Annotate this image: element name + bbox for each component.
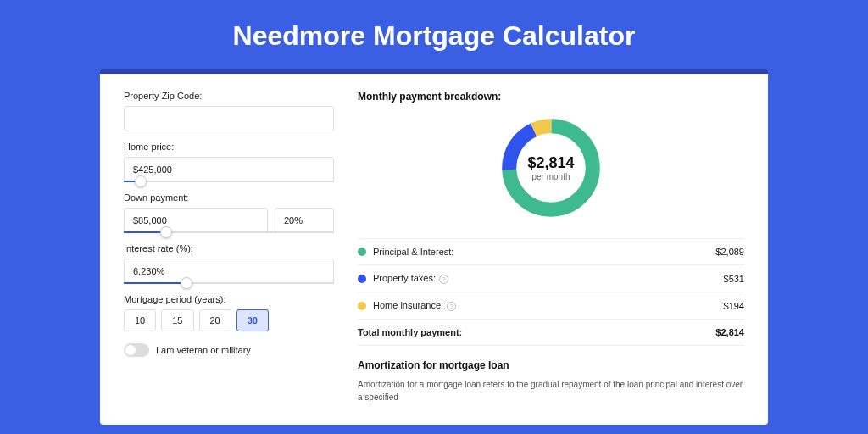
period-option-10[interactable]: 10 bbox=[124, 309, 156, 331]
rate-label: Interest rate (%): bbox=[124, 243, 334, 253]
form-panel: Property Zip Code: Home price: Down paym… bbox=[124, 91, 334, 408]
zip-label: Property Zip Code: bbox=[124, 91, 334, 101]
help-icon[interactable]: ? bbox=[439, 275, 448, 284]
period-field: Mortgage period (years): 10 15 20 30 bbox=[124, 294, 334, 331]
legend-name: Home insurance:? bbox=[373, 300, 724, 311]
calculator-card: Property Zip Code: Home price: Down paym… bbox=[100, 69, 768, 425]
rate-field: Interest rate (%): bbox=[124, 243, 334, 284]
legend-name: Property taxes:? bbox=[373, 273, 724, 284]
legend-row-principal: Principal & Interest: $2,089 bbox=[358, 239, 744, 265]
price-label: Home price: bbox=[124, 142, 334, 152]
rate-slider[interactable] bbox=[124, 282, 334, 284]
breakdown-heading: Monthly payment breakdown: bbox=[358, 91, 744, 103]
downpayment-slider-thumb[interactable] bbox=[160, 226, 172, 238]
zip-input[interactable] bbox=[124, 106, 334, 131]
help-icon[interactable]: ? bbox=[447, 302, 456, 311]
downpayment-slider[interactable] bbox=[124, 231, 334, 233]
legend-value: $2,089 bbox=[715, 247, 744, 257]
amortization-text: Amortization for a mortgage loan refers … bbox=[358, 378, 744, 403]
period-option-20[interactable]: 20 bbox=[199, 309, 231, 331]
legend-total-name: Total monthly payment: bbox=[358, 327, 715, 337]
legend-dot bbox=[358, 275, 366, 283]
period-option-15[interactable]: 15 bbox=[161, 309, 193, 331]
downpayment-field: Down payment: bbox=[124, 192, 334, 233]
donut-total-amount: $2,814 bbox=[527, 154, 574, 172]
period-options: 10 15 20 30 bbox=[124, 309, 334, 331]
legend-row-taxes: Property taxes:? $531 bbox=[358, 265, 744, 292]
legend-value: $194 bbox=[724, 301, 744, 311]
downpayment-amount-input[interactable] bbox=[124, 208, 268, 233]
downpayment-percent-input[interactable] bbox=[275, 208, 334, 233]
donut-per-month: per month bbox=[527, 172, 574, 181]
period-label: Mortgage period (years): bbox=[124, 294, 334, 304]
page-title: Needmore Mortgage Calculator bbox=[0, 0, 868, 69]
breakdown-legend: Principal & Interest: $2,089 Property ta… bbox=[358, 238, 744, 346]
legend-dot bbox=[358, 248, 366, 256]
downpayment-label: Down payment: bbox=[124, 192, 334, 203]
rate-input[interactable] bbox=[124, 259, 334, 284]
legend-row-insurance: Home insurance:? $194 bbox=[358, 292, 744, 320]
legend-total-value: $2,814 bbox=[715, 327, 744, 337]
legend-row-total: Total monthly payment: $2,814 bbox=[358, 320, 744, 346]
veteran-label: I am veteran or military bbox=[156, 345, 251, 355]
rate-slider-thumb[interactable] bbox=[181, 277, 192, 289]
donut-chart: $2,814 per month bbox=[358, 113, 744, 223]
period-option-30[interactable]: 30 bbox=[236, 309, 269, 331]
price-slider[interactable] bbox=[124, 181, 334, 182]
price-input[interactable] bbox=[124, 157, 334, 182]
legend-dot bbox=[358, 302, 366, 310]
legend-name: Principal & Interest: bbox=[373, 247, 715, 257]
veteran-field: I am veteran or military bbox=[124, 343, 334, 357]
price-field: Home price: bbox=[124, 142, 334, 182]
price-slider-thumb[interactable] bbox=[135, 175, 147, 187]
breakdown-panel: Monthly payment breakdown: $2,814 per mo… bbox=[358, 91, 744, 408]
legend-value: $531 bbox=[724, 274, 744, 284]
amortization-heading: Amortization for mortgage loan bbox=[358, 359, 744, 371]
zip-field: Property Zip Code: bbox=[124, 91, 334, 131]
veteran-toggle[interactable] bbox=[124, 343, 149, 357]
